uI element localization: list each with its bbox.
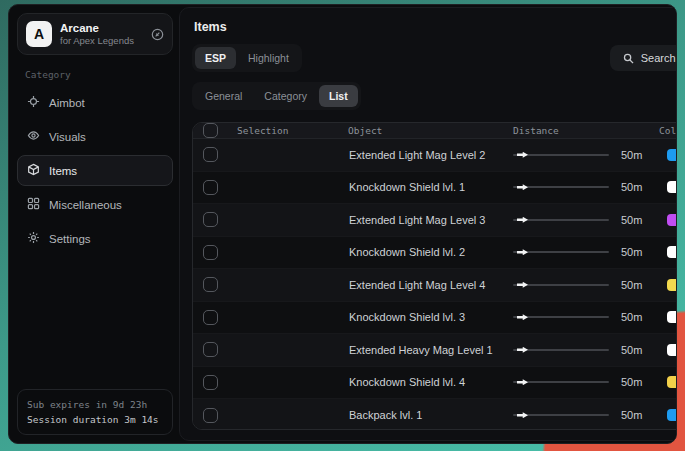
slider-thumb[interactable] <box>517 184 528 190</box>
subscription-card: Sub expires in 9d 23h Session duration 3… <box>17 389 173 435</box>
slider-thumb[interactable] <box>517 217 528 223</box>
search-button[interactable]: Search <box>610 45 677 71</box>
distance-slider[interactable] <box>513 246 609 258</box>
gear-icon <box>27 231 40 246</box>
slider-thumb[interactable] <box>517 379 528 385</box>
crosshair-icon <box>27 95 40 110</box>
sidebar-item-aimbot[interactable]: Aimbot <box>17 87 173 118</box>
sidebar-item-settings[interactable]: Settings <box>17 223 173 254</box>
brand-subtitle: for Apex Legends <box>60 35 143 47</box>
row-checkbox[interactable] <box>203 375 218 390</box>
slider-thumb[interactable] <box>517 249 528 255</box>
color-swatch[interactable] <box>667 181 677 193</box>
table-row: Extended Heavy Mag Level 1 50m <box>193 334 677 367</box>
row-checkbox[interactable] <box>203 277 218 292</box>
slider-thumb[interactable] <box>517 314 528 320</box>
distance-slider[interactable] <box>513 376 609 388</box>
slider-thumb[interactable] <box>517 347 528 353</box>
col-object: Object <box>348 125 513 136</box>
eye-icon <box>27 129 40 144</box>
search-label: Search <box>641 52 676 64</box>
color-swatch[interactable] <box>667 246 677 258</box>
mode-tabs: ESP Highlight <box>192 44 302 72</box>
object-label: Knockdown Shield lvl. 4 <box>348 376 513 388</box>
table-header: Selection Object Distance Color <box>193 123 677 139</box>
sidebar-item-label: Visuals <box>49 131 86 143</box>
distance-value: 50m <box>613 279 659 291</box>
object-label: Extended Heavy Mag Level 1 <box>348 344 513 356</box>
sidebar-item-label: Aimbot <box>49 97 85 109</box>
distance-slider[interactable] <box>513 344 609 356</box>
sidebar-item-label: Miscellaneous <box>49 199 122 211</box>
table-row: Knockdown Shield lvl. 1 50m <box>193 172 677 205</box>
object-label: Backpack lvl. 1 <box>348 409 513 421</box>
category-label: Category <box>25 69 173 80</box>
table-row: Knockdown Shield lvl. 4 50m <box>193 367 677 400</box>
color-swatch[interactable] <box>667 149 677 161</box>
sidebar: A Arcane for Apex Legends Category Aimbo… <box>9 5 179 443</box>
distance-value: 50m <box>613 376 659 388</box>
tab-esp[interactable]: ESP <box>195 47 236 69</box>
distance-value: 50m <box>613 181 659 193</box>
distance-slider[interactable] <box>513 279 609 291</box>
sidebar-item-items[interactable]: Items <box>17 155 173 186</box>
table-row: Extended Light Mag Level 4 50m <box>193 269 677 302</box>
sidebar-nav: Aimbot Visuals Items <box>17 84 173 254</box>
sidebar-item-miscellaneous[interactable]: Miscellaneous <box>17 189 173 220</box>
table-row: Knockdown Shield lvl. 2 50m <box>193 237 677 270</box>
distance-slider[interactable] <box>513 311 609 323</box>
grid-icon <box>27 197 40 212</box>
brand-card: A Arcane for Apex Legends <box>17 13 173 55</box>
color-swatch[interactable] <box>667 214 677 226</box>
row-checkbox[interactable] <box>203 212 218 227</box>
sidebar-item-visuals[interactable]: Visuals <box>17 121 173 152</box>
sidebar-item-label: Items <box>49 165 77 177</box>
color-swatch[interactable] <box>667 376 677 388</box>
tab-category[interactable]: Category <box>254 85 317 107</box>
color-swatch[interactable] <box>667 344 677 356</box>
brand-title: Arcane <box>60 21 143 35</box>
session-duration: Session duration 3m 14s <box>27 412 163 427</box>
sidebar-item-label: Settings <box>49 233 91 245</box>
distance-value: 50m <box>613 246 659 258</box>
tab-list[interactable]: List <box>319 85 358 107</box>
row-checkbox[interactable] <box>203 310 218 325</box>
distance-slider[interactable] <box>513 214 609 226</box>
distance-slider[interactable] <box>513 181 609 193</box>
distance-value: 50m <box>613 311 659 323</box>
distance-slider[interactable] <box>513 149 609 161</box>
table-row: Extended Light Mag Level 2 50m <box>193 139 677 172</box>
cube-icon <box>27 163 40 178</box>
object-label: Extended Light Mag Level 2 <box>348 149 513 161</box>
distance-slider[interactable] <box>513 409 609 421</box>
slider-thumb[interactable] <box>517 282 528 288</box>
color-swatch[interactable] <box>667 279 677 291</box>
slider-thumb[interactable] <box>517 152 528 158</box>
table-row: Backpack lvl. 1 50m <box>193 399 677 430</box>
main-panel: Items ESP Highlight Search General Categ… <box>179 7 677 441</box>
row-checkbox[interactable] <box>203 147 218 162</box>
distance-value: 50m <box>613 149 659 161</box>
object-label: Extended Light Mag Level 3 <box>348 214 513 226</box>
sub-expiry: Sub expires in 9d 23h <box>27 397 163 412</box>
select-all-checkbox[interactable] <box>203 123 218 138</box>
tab-highlight[interactable]: Highlight <box>238 47 299 69</box>
object-label: Extended Light Mag Level 4 <box>348 279 513 291</box>
table-row: Extended Light Mag Level 3 50m <box>193 204 677 237</box>
color-swatch[interactable] <box>667 311 677 323</box>
tab-general[interactable]: General <box>195 85 252 107</box>
search-icon <box>623 53 634 64</box>
row-checkbox[interactable] <box>203 342 218 357</box>
row-checkbox[interactable] <box>203 408 218 423</box>
table-row: Knockdown Shield lvl. 3 50m <box>193 302 677 335</box>
col-color: Color <box>659 125 677 136</box>
page-title: Items <box>194 20 677 34</box>
table-body: Extended Light Mag Level 2 50m Knockdown… <box>193 139 677 430</box>
pin-icon[interactable] <box>151 28 164 41</box>
row-checkbox[interactable] <box>203 180 218 195</box>
row-checkbox[interactable] <box>203 245 218 260</box>
object-label: Knockdown Shield lvl. 3 <box>348 311 513 323</box>
app-window: A Arcane for Apex Legends Category Aimbo… <box>8 4 677 444</box>
color-swatch[interactable] <box>667 409 677 421</box>
slider-thumb[interactable] <box>517 412 528 418</box>
